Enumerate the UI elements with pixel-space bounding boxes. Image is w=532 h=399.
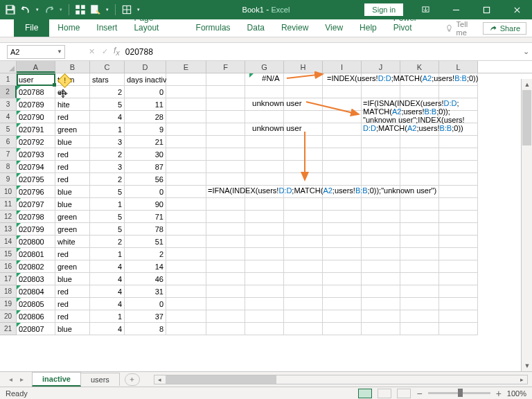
cell[interactable] (245, 298, 284, 310)
row-header[interactable]: 13 (0, 223, 17, 236)
cell[interactable] (362, 248, 400, 260)
cell[interactable]: en (55, 86, 90, 98)
cell[interactable] (166, 223, 206, 236)
cell[interactable]: white (55, 236, 90, 248)
cell[interactable] (284, 248, 323, 260)
cell[interactable]: 020800 (17, 236, 55, 248)
cell[interactable] (439, 86, 478, 98)
cell[interactable] (284, 298, 323, 310)
vertical-scrollbar[interactable]: ▲ ▼ (521, 79, 532, 371)
cell[interactable]: 71 (125, 211, 166, 223)
cell[interactable]: blue (55, 273, 90, 285)
cell[interactable]: 51 (125, 236, 166, 248)
cell[interactable] (206, 236, 245, 248)
cell[interactable] (166, 123, 206, 136)
cell[interactable]: 1 (90, 310, 125, 323)
cell[interactable] (400, 285, 439, 298)
horizontal-scrollbar[interactable]: ◂ ▸ (154, 375, 528, 384)
cell[interactable] (362, 148, 400, 161)
cell[interactable] (362, 236, 400, 248)
maximize-button[interactable] (471, 0, 502, 19)
cell[interactable]: green (55, 260, 90, 273)
cell[interactable] (166, 161, 206, 173)
cell[interactable] (166, 260, 206, 273)
cell[interactable] (284, 236, 323, 248)
cell[interactable] (245, 273, 284, 285)
cell[interactable]: 4 (90, 298, 125, 310)
cell[interactable] (166, 186, 206, 198)
cell[interactable] (206, 211, 245, 223)
cell[interactable]: 2 (90, 173, 125, 186)
cell[interactable] (439, 323, 478, 335)
cell[interactable] (284, 136, 323, 148)
cell[interactable] (400, 161, 439, 173)
cell[interactable] (206, 285, 245, 298)
cell[interactable]: 020796 (17, 186, 55, 198)
cell[interactable]: 0 (125, 186, 166, 198)
cell[interactable] (245, 173, 284, 186)
cell[interactable]: 4 (90, 111, 125, 123)
cell[interactable] (323, 285, 362, 298)
tab-view[interactable]: View (317, 19, 351, 37)
cell[interactable] (362, 161, 400, 173)
cell[interactable]: red (55, 298, 90, 310)
cell[interactable] (400, 136, 439, 148)
cell[interactable] (400, 298, 439, 310)
expand-formula-bar-icon[interactable]: ⌄ (520, 47, 532, 56)
close-button[interactable] (502, 0, 532, 19)
cell[interactable] (323, 173, 362, 186)
cell[interactable] (323, 198, 362, 211)
cell[interactable] (400, 86, 439, 98)
tab-data[interactable]: Data (239, 19, 273, 37)
cancel-formula-icon[interactable]: ✕ (89, 47, 95, 56)
cell[interactable]: 020807 (17, 323, 55, 335)
cell[interactable]: red (55, 248, 90, 260)
cell[interactable] (284, 173, 323, 186)
cell[interactable] (206, 98, 245, 111)
row-header[interactable]: 14 (0, 236, 17, 248)
hscroll-thumb[interactable] (166, 375, 276, 384)
cell[interactable] (206, 86, 245, 98)
cell[interactable]: 56 (125, 173, 166, 186)
cell[interactable] (245, 236, 284, 248)
save-icon[interactable] (4, 3, 17, 16)
scroll-down-icon[interactable]: ▼ (522, 360, 532, 371)
cell[interactable] (284, 73, 323, 86)
cell[interactable] (245, 223, 284, 236)
cell[interactable] (362, 173, 400, 186)
tab-review[interactable]: Review (273, 19, 317, 37)
cell[interactable]: 2 (90, 86, 125, 98)
cell[interactable] (166, 136, 206, 148)
cell[interactable]: 020802 (17, 260, 55, 273)
cell[interactable] (362, 86, 400, 98)
cell[interactable] (323, 310, 362, 323)
cell[interactable]: blue (55, 323, 90, 335)
cell[interactable]: 0 (125, 86, 166, 98)
name-box-dropdown-icon[interactable]: ▼ (55, 48, 64, 55)
cell[interactable] (323, 236, 362, 248)
cell[interactable]: 020797 (17, 198, 55, 211)
cell[interactable] (439, 298, 478, 310)
cell[interactable]: 31 (125, 285, 166, 298)
cell[interactable] (323, 161, 362, 173)
row-header[interactable]: 20 (0, 310, 17, 323)
row-header[interactable]: 5 (0, 123, 17, 136)
cell[interactable] (166, 273, 206, 285)
cell[interactable] (206, 111, 245, 123)
cell[interactable] (166, 248, 206, 260)
tab-home[interactable]: Home (49, 19, 88, 37)
cell[interactable]: 020789 (17, 98, 55, 111)
cell[interactable] (439, 260, 478, 273)
cell[interactable]: 1 (90, 198, 125, 211)
cell[interactable]: 5 (90, 98, 125, 111)
tab-insert[interactable]: Insert (88, 19, 125, 37)
cell[interactable]: 1 (90, 248, 125, 260)
share-button[interactable]: Share (483, 22, 526, 35)
minimize-button[interactable] (441, 0, 471, 19)
cell[interactable] (362, 260, 400, 273)
sheet-nav[interactable]: ◂▸ (0, 375, 32, 383)
cell[interactable]: 020801 (17, 248, 55, 260)
cell[interactable] (323, 123, 362, 136)
cell[interactable] (400, 273, 439, 285)
cell[interactable]: 90 (125, 198, 166, 211)
